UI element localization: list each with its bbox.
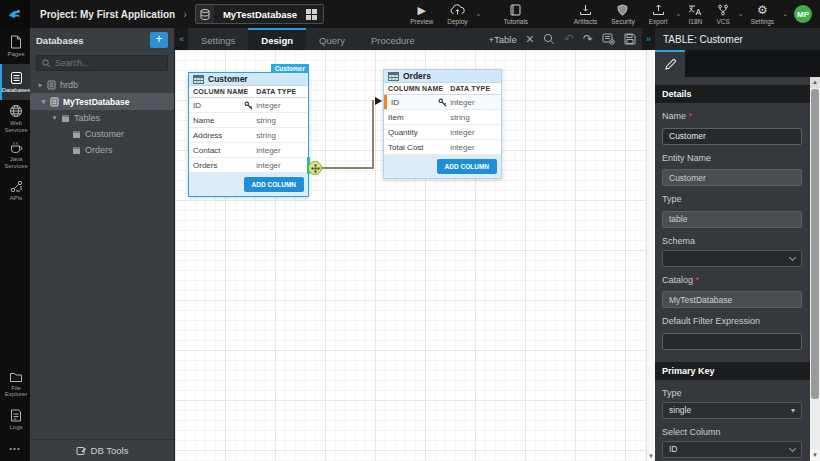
- expander-expanded-icon[interactable]: ▾: [50, 114, 59, 122]
- add-table-button[interactable]: +Table: [488, 34, 516, 45]
- tree-item-customer[interactable]: Customer: [30, 126, 174, 142]
- table-icon: [61, 114, 70, 123]
- search-icon[interactable]: [543, 33, 555, 45]
- tab-query[interactable]: Query: [306, 28, 358, 50]
- data-type-header: DATA TYPE: [256, 88, 304, 95]
- security-button[interactable]: Security: [611, 4, 634, 25]
- deploy-button[interactable]: Deploy: [447, 4, 467, 25]
- i18n-button[interactable]: I18N: [688, 4, 702, 25]
- search-box[interactable]: [36, 55, 168, 71]
- table-row[interactable]: Total Cost integer: [384, 140, 501, 155]
- entity-table-customer[interactable]: Customer Customer COLUMN NAME DATA TYPE …: [188, 72, 309, 197]
- rail-item-pages[interactable]: Pages: [0, 28, 30, 64]
- relation-drag-handle[interactable]: [308, 161, 322, 175]
- settings-caret-icon[interactable]: ⌄: [782, 10, 788, 18]
- field-label-entity-name: Entity Name: [662, 153, 802, 163]
- more-options-icon[interactable]: •••: [0, 438, 30, 461]
- rail-item-web-services[interactable]: Web Services: [0, 100, 30, 137]
- table-icon: [72, 130, 81, 139]
- vcs-button[interactable]: VCS: [716, 4, 729, 25]
- cloud-upload-icon: [450, 4, 465, 17]
- expander-expanded-icon[interactable]: ▾: [39, 98, 48, 106]
- vcs-caret-icon[interactable]: ⌄: [738, 10, 744, 18]
- settings-button[interactable]: ⚙ Settings: [751, 4, 775, 25]
- table-row[interactable]: Address string: [189, 128, 308, 143]
- gear-icon: ⚙: [757, 4, 768, 17]
- save-icon[interactable]: [624, 33, 636, 45]
- table-row[interactable]: Orders integer: [189, 158, 308, 173]
- rail-item-databases[interactable]: Databases: [0, 64, 30, 100]
- add-column-button[interactable]: ADD COLUMN: [437, 159, 497, 174]
- scrollbar-thumb[interactable]: [811, 89, 819, 399]
- rail-item-java-services[interactable]: Java Services: [0, 137, 30, 173]
- table-row[interactable]: Item string: [384, 110, 501, 125]
- rail-item-logs[interactable]: Logs: [0, 402, 30, 438]
- project-title: Project: My First Application: [40, 9, 175, 20]
- tutorials-button[interactable]: Tutorials: [503, 4, 528, 25]
- app-logo[interactable]: [0, 0, 30, 28]
- canvas-scrollbar[interactable]: ▼: [646, 50, 655, 461]
- redo-icon[interactable]: ↷: [583, 32, 593, 46]
- database-tree: ▸ hrdb ▾ MyTestDatabase ▾: [30, 77, 174, 439]
- name-field[interactable]: [662, 128, 802, 145]
- export-button[interactable]: Export: [649, 4, 668, 25]
- update-database-icon[interactable]: [602, 33, 615, 45]
- primary-key-section-header: Primary Key: [655, 362, 810, 380]
- field-label-schema: Schema: [662, 236, 802, 246]
- book-icon: [510, 4, 521, 17]
- field-label-default-filter: Default Filter Expression: [662, 316, 802, 326]
- add-database-button[interactable]: +: [150, 32, 168, 48]
- scroll-up-icon[interactable]: ▲: [810, 77, 820, 88]
- select-arrow-icon: ▾: [791, 406, 795, 415]
- artifacts-button[interactable]: Artifacts: [574, 4, 597, 25]
- default-filter-expression-field[interactable]: [662, 333, 802, 350]
- database-tab[interactable]: MyTestDatabase: [195, 4, 324, 24]
- table-row[interactable]: Name string: [189, 113, 308, 128]
- tab-design[interactable]: Design: [248, 28, 306, 50]
- tree-item-mytestdatabase[interactable]: ▾ MyTestDatabase: [30, 93, 174, 110]
- switch-view-icon[interactable]: [306, 9, 317, 20]
- tab-settings[interactable]: Settings: [188, 28, 248, 50]
- coffee-cup-icon: [9, 141, 23, 154]
- chevron-down-icon: [789, 444, 796, 451]
- expander-collapsed-icon[interactable]: ▸: [36, 81, 45, 89]
- entity-table-orders[interactable]: Orders COLUMN NAME DATA TYPE ID integer: [383, 69, 502, 179]
- delete-icon[interactable]: ×: [526, 31, 534, 47]
- rail-item-file-explorer[interactable]: File Explorer: [0, 366, 30, 402]
- table-row[interactable]: Contact integer: [189, 143, 308, 158]
- upload-tray-icon: [652, 4, 665, 17]
- undo-icon[interactable]: ↶: [564, 32, 574, 46]
- project-chevron-icon[interactable]: ›: [183, 8, 187, 20]
- schema-canvas[interactable]: Customer Customer COLUMN NAME DATA TYPE …: [175, 50, 655, 461]
- user-avatar[interactable]: MP: [794, 5, 812, 23]
- collapse-sidebar-button[interactable]: «: [175, 28, 188, 50]
- inspector-scrollbar[interactable]: ▲ ▼: [810, 77, 820, 461]
- add-column-button[interactable]: ADD COLUMN: [244, 177, 304, 192]
- schema-select[interactable]: [662, 250, 802, 267]
- field-label-type: Type: [662, 194, 802, 204]
- search-input[interactable]: [55, 58, 162, 68]
- export-caret-icon[interactable]: ⌄: [676, 10, 682, 18]
- tree-item-hrdb[interactable]: ▸ hrdb: [30, 77, 174, 93]
- design-toolbar: « Settings Design Query Procedure +Table…: [175, 28, 655, 50]
- tab-procedure[interactable]: Procedure: [358, 28, 428, 50]
- table-row[interactable]: ID integer: [189, 98, 308, 113]
- scroll-down-icon[interactable]: ▼: [648, 453, 654, 459]
- db-tools-button[interactable]: DB Tools: [30, 439, 174, 461]
- database-tab-label: MyTestDatabase: [214, 9, 306, 20]
- column-name-header: COLUMN NAME: [193, 88, 256, 95]
- expand-panel-button[interactable]: »: [642, 28, 655, 50]
- preview-button[interactable]: ▶ Preview: [410, 4, 433, 25]
- tree-item-tables[interactable]: ▾ Tables: [30, 110, 174, 126]
- pk-type-select[interactable]: single ▾: [662, 402, 802, 419]
- rail-item-apis[interactable]: APIs: [0, 173, 30, 209]
- field-label-catalog: Catalog: [662, 275, 802, 285]
- table-row[interactable]: Quantity integer: [384, 125, 501, 140]
- select-column-select[interactable]: ID: [662, 441, 802, 458]
- deploy-caret-icon[interactable]: ⌄: [476, 10, 482, 18]
- edit-tab[interactable]: [655, 50, 685, 77]
- tree-item-orders[interactable]: Orders: [30, 142, 174, 158]
- scroll-down-icon[interactable]: ▼: [810, 450, 820, 461]
- table-row[interactable]: ID integer: [384, 95, 501, 110]
- primary-key-icon: [438, 98, 447, 107]
